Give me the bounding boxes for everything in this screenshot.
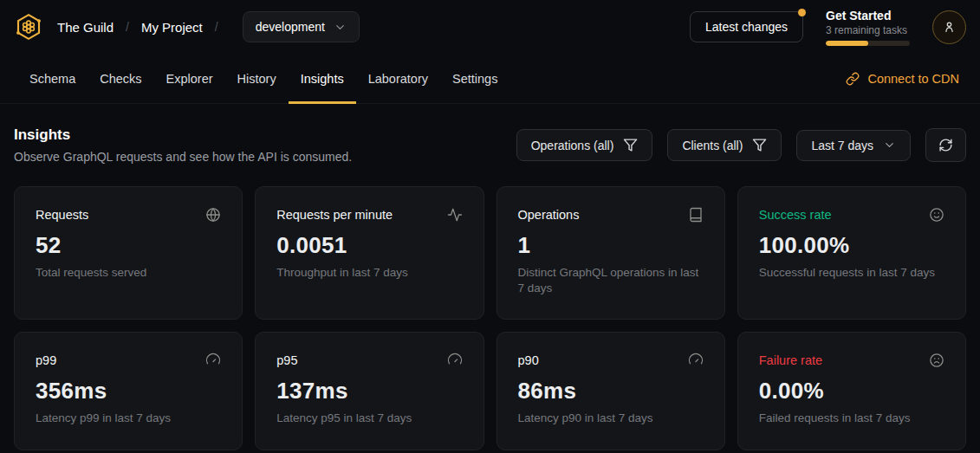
refresh-icon — [938, 138, 953, 152]
project-nav: Schema Checks Explorer History Insights … — [0, 54, 980, 104]
tab-insights[interactable]: Insights — [289, 54, 356, 104]
gauge-icon — [447, 353, 463, 368]
card-title: Success rate — [759, 208, 832, 222]
page-subtitle: Observe GraphQL requests and see how the… — [14, 150, 352, 164]
card-value: 52 — [36, 232, 221, 259]
breadcrumb-separator: / — [126, 20, 129, 34]
target-selector-dropdown[interactable]: development — [243, 11, 360, 42]
frown-icon — [929, 353, 944, 368]
card-description: Throughput in last 7 days — [276, 265, 458, 281]
tab-schema[interactable]: Schema — [17, 54, 88, 104]
tab-checks[interactable]: Checks — [88, 54, 153, 104]
card-value: 137ms — [276, 378, 462, 404]
card-title: Requests per minute — [276, 208, 393, 222]
date-range-label: Last 7 days — [811, 139, 873, 152]
card-value: 356ms — [36, 378, 221, 404]
p95-latency-card: p95 137ms Latency p95 in last 7 days — [255, 332, 484, 450]
page-title: Insights — [14, 126, 352, 144]
card-title: p99 — [36, 353, 56, 367]
filter-icon — [752, 138, 767, 152]
filter-icon — [623, 138, 638, 152]
operations-card: Operations 1 Distinct GraphQL operations… — [496, 186, 725, 320]
guild-hexagon-logo[interactable] — [14, 12, 43, 42]
latest-changes-button[interactable]: Latest changes — [690, 11, 803, 42]
card-value: 0.00% — [759, 378, 944, 404]
card-description: Total requests served — [36, 265, 217, 281]
connect-to-cdn-label: Connect to CDN — [867, 72, 959, 86]
top-header: The Guild / My Project / development Lat… — [0, 0, 980, 54]
breadcrumb-separator: / — [215, 20, 218, 34]
card-title: Requests — [36, 208, 88, 222]
notification-dot — [798, 9, 806, 16]
chevron-down-icon — [883, 139, 896, 152]
metrics-card-grid: Requests 52 Total requests served Reques… — [0, 186, 980, 450]
card-title: Operations — [518, 208, 580, 222]
refresh-button[interactable] — [925, 128, 966, 162]
get-started-title: Get Started — [826, 9, 910, 23]
gauge-icon — [688, 353, 704, 368]
tab-laboratory[interactable]: Laboratory — [356, 54, 440, 104]
card-description: Latency p95 in last 7 days — [276, 411, 458, 426]
breadcrumb-project[interactable]: My Project — [141, 20, 203, 35]
activity-icon — [447, 207, 463, 223]
insights-section-header: Insights Observe GraphQL requests and se… — [0, 126, 980, 164]
requests-card: Requests 52 Total requests served — [14, 186, 243, 320]
card-description: Failed requests in last 7 days — [759, 411, 941, 426]
card-title: p95 — [276, 353, 297, 367]
breadcrumb-org[interactable]: The Guild — [57, 20, 114, 35]
smile-icon — [929, 207, 944, 223]
get-started-progress-bar — [826, 41, 910, 46]
card-value: 100.00% — [759, 232, 944, 259]
card-description: Distinct GraphQL operations in last 7 da… — [518, 265, 700, 296]
card-value: 0.0051 — [276, 232, 462, 259]
user-icon — [942, 20, 957, 35]
tab-explorer[interactable]: Explorer — [154, 54, 225, 104]
insights-filter-controls: Operations (all) Clients (all) Last 7 da… — [516, 128, 966, 162]
card-description: Latency p90 in last 7 days — [518, 411, 700, 426]
insights-heading-block: Insights Observe GraphQL requests and se… — [14, 126, 352, 164]
card-title: p90 — [518, 353, 539, 367]
get-started-progress-fill — [826, 41, 868, 46]
operations-filter-label: Operations (all) — [531, 139, 614, 152]
header-right-group: Latest changes Get Started 3 remaining t… — [690, 9, 966, 46]
latest-changes-label: Latest changes — [705, 20, 788, 34]
get-started-widget[interactable]: Get Started 3 remaining tasks — [826, 9, 910, 46]
operations-filter-button[interactable]: Operations (all) — [516, 129, 653, 161]
tab-history[interactable]: History — [225, 54, 289, 104]
clients-filter-label: Clients (all) — [682, 139, 743, 152]
success-rate-card: Success rate 100.00% Successful requests… — [737, 186, 966, 320]
get-started-remaining-tasks: 3 remaining tasks — [826, 24, 910, 36]
card-title: Failure rate — [759, 353, 822, 367]
date-range-dropdown[interactable]: Last 7 days — [796, 130, 911, 161]
chevron-down-icon — [334, 21, 347, 34]
requests-per-minute-card: Requests per minute 0.0051 Throughput in… — [255, 186, 484, 320]
card-description: Latency p99 in last 7 days — [36, 411, 217, 426]
link-icon — [846, 72, 860, 86]
failure-rate-card: Failure rate 0.00% Failed requests in la… — [737, 332, 966, 450]
target-selector-value: development — [256, 20, 325, 34]
connect-to-cdn-link[interactable]: Connect to CDN — [846, 72, 966, 86]
p90-latency-card: p90 86ms Latency p90 in last 7 days — [496, 332, 725, 450]
user-avatar[interactable] — [932, 10, 966, 44]
card-description: Successful requests in last 7 days — [759, 265, 941, 281]
card-value: 1 — [518, 232, 704, 259]
clients-filter-button[interactable]: Clients (all) — [667, 129, 782, 161]
tab-settings[interactable]: Settings — [440, 54, 509, 104]
card-value: 86ms — [518, 378, 704, 404]
book-icon — [688, 207, 704, 223]
p99-latency-card: p99 356ms Latency p99 in last 7 days — [14, 332, 243, 450]
gauge-icon — [205, 353, 221, 368]
globe-icon — [205, 207, 221, 223]
